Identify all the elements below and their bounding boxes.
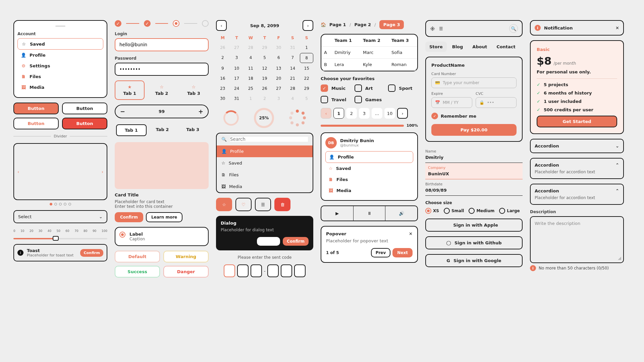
checkbox-sport[interactable]: Sport <box>388 84 418 92</box>
play-button[interactable]: ▶ <box>321 206 354 221</box>
tab-about[interactable]: About <box>468 42 491 52</box>
profile-item-saved[interactable]: ☆Saved <box>325 163 413 174</box>
popover-prev-button[interactable]: Prev <box>371 248 391 257</box>
otp-digit[interactable] <box>237 264 249 277</box>
accordion-open[interactable]: Accordion⌃ Placeholder for accordion tex… <box>530 158 624 179</box>
button-danger[interactable]: Button <box>62 118 107 129</box>
calendar-next[interactable]: › <box>303 20 313 31</box>
card-number-input[interactable]: 💳Type your number <box>431 77 517 88</box>
page-prev[interactable]: ‹ <box>321 108 331 119</box>
checkbox-travel[interactable]: Travel <box>321 96 351 103</box>
breadcrumb-item[interactable]: Page 1 <box>329 22 346 27</box>
otp-digit[interactable] <box>281 264 292 277</box>
profile-item-media[interactable]: 🖼Media <box>325 185 413 196</box>
page-number[interactable]: 10 <box>384 108 395 119</box>
radio-option[interactable]: Label Caption <box>115 227 209 246</box>
range-slider[interactable]: 0102030405060708090100 <box>13 228 107 239</box>
radio-small[interactable]: Small <box>444 208 464 214</box>
tab-blog[interactable]: Blog <box>448 42 467 52</box>
birthdate-field[interactable]: Birthdate 08/09/89 <box>425 179 523 196</box>
checkbox-music[interactable]: ✓Music <box>321 84 351 92</box>
dialog-confirm-button[interactable]: Confirm <box>283 237 309 246</box>
plus-icon[interactable]: + <box>198 108 203 115</box>
signin-google-button[interactable]: GSign in with Google <box>425 254 523 267</box>
alert-default[interactable]: Default <box>115 251 160 262</box>
password-input[interactable] <box>115 63 209 76</box>
tab-3[interactable]: ☆Tab 3 <box>179 80 209 100</box>
search-item-files[interactable]: 🗎Files <box>217 169 313 181</box>
tab-2[interactable]: ☆Tab 2 <box>147 80 176 100</box>
otp-digit[interactable] <box>294 264 306 277</box>
menu-icon[interactable]: ☰ <box>439 26 443 31</box>
radio-medium[interactable]: Medium <box>469 208 494 214</box>
pill-tab-1[interactable]: Tab 1 <box>116 124 147 136</box>
description-textarea[interactable]: Write the description ◢ <box>530 216 624 263</box>
toast-confirm-button[interactable]: Confirm <box>80 249 103 257</box>
calendar-prev[interactable]: ‹ <box>216 20 227 31</box>
sidebar-item-profile[interactable]: 👤Profile <box>17 50 103 60</box>
alert-success[interactable]: Success <box>115 266 160 278</box>
get-started-button[interactable]: Get Started <box>537 116 617 127</box>
carousel-dot[interactable] <box>50 203 52 205</box>
tab-contact[interactable]: Contact <box>492 42 520 52</box>
pause-button[interactable]: ⏸ <box>354 206 386 221</box>
sidebar-item-media[interactable]: 🖼Media <box>17 82 103 93</box>
card-learn-button[interactable]: Learn more <box>146 212 182 222</box>
alert-warning[interactable]: Warning <box>163 251 209 262</box>
profile-item-profile[interactable]: 👤Profile <box>325 151 413 163</box>
company-field[interactable]: Company BuninUX <box>425 163 523 179</box>
checkbox-art[interactable]: Art <box>355 84 384 92</box>
email-input[interactable] <box>115 38 209 51</box>
page-number[interactable]: 1 <box>333 108 344 119</box>
sidebar-item-settings[interactable]: ⚙Settings <box>17 60 103 71</box>
remember-checkbox[interactable]: ✓ <box>431 113 438 119</box>
minus-icon[interactable]: − <box>120 108 125 115</box>
volume-button[interactable]: 🔊 <box>385 206 417 221</box>
carousel-dot[interactable] <box>54 203 57 205</box>
alert-danger[interactable]: Danger <box>163 266 209 278</box>
slider-thumb[interactable] <box>53 236 59 241</box>
pill-tab-2[interactable]: Tab 2 <box>148 124 177 136</box>
tab-store[interactable]: Store <box>425 42 447 52</box>
accordion-open[interactable]: Accordion⌃ Placeholder for accordion tex… <box>530 184 624 205</box>
sidebar-item-saved[interactable]: ☆Saved <box>17 38 103 50</box>
page-number[interactable]: 2 <box>346 108 357 119</box>
name-field[interactable]: Name Dmitriy <box>425 146 523 163</box>
carousel-dot[interactable] <box>64 203 66 205</box>
cvc-input[interactable]: 🔒••• <box>476 97 517 108</box>
otp-digit[interactable] <box>267 264 279 277</box>
search-item-profile[interactable]: 👤Profile <box>217 145 313 157</box>
trash-button[interactable]: 🗑 <box>274 198 290 211</box>
close-icon[interactable]: ✕ <box>615 25 619 31</box>
button-outline-accent[interactable]: Button <box>13 118 59 129</box>
dialog-cancel-button[interactable]: Cancel <box>257 237 280 246</box>
page-number[interactable]: 3 <box>359 108 370 119</box>
breadcrumb-item[interactable]: Page 2 <box>354 22 371 27</box>
resize-icon[interactable]: ◢ <box>618 255 621 260</box>
button-outline[interactable]: Button <box>62 103 107 114</box>
close-icon[interactable]: ✕ <box>409 231 413 236</box>
carousel-dot[interactable] <box>68 203 71 205</box>
chevron-right-icon[interactable]: › <box>102 169 103 174</box>
search-item-media[interactable]: 🖼Media <box>217 181 313 192</box>
card-confirm-button[interactable]: Confirm <box>115 212 143 222</box>
carousel-dot[interactable] <box>59 203 62 205</box>
select-dropdown[interactable]: Select ⌄ <box>13 210 107 223</box>
chevron-left-icon[interactable]: ‹ <box>17 169 19 174</box>
menu-button[interactable]: ☰ <box>255 198 271 211</box>
otp-digit[interactable] <box>251 264 262 277</box>
radio-xs[interactable]: XS <box>425 208 439 214</box>
sidebar-item-files[interactable]: 🗎Files <box>17 71 103 82</box>
pay-button[interactable]: Pay $20.00 <box>431 124 517 136</box>
popover-next-button[interactable]: Next <box>392 248 413 257</box>
accordion-closed[interactable]: Accordion⌄ <box>530 139 624 153</box>
otp-digit[interactable] <box>224 264 235 277</box>
home-icon[interactable]: 🏠 <box>321 22 326 27</box>
search-input[interactable] <box>230 137 308 142</box>
signin-apple-button[interactable]: Sign in with Apple <box>425 219 523 232</box>
button-primary[interactable]: Button <box>13 103 59 114</box>
tab-1[interactable]: ★Tab 1 <box>115 80 145 100</box>
page-next[interactable]: › <box>397 108 408 119</box>
search-icon[interactable]: 🔍 <box>509 24 518 33</box>
profile-item-files[interactable]: 🗎Files <box>325 174 413 185</box>
